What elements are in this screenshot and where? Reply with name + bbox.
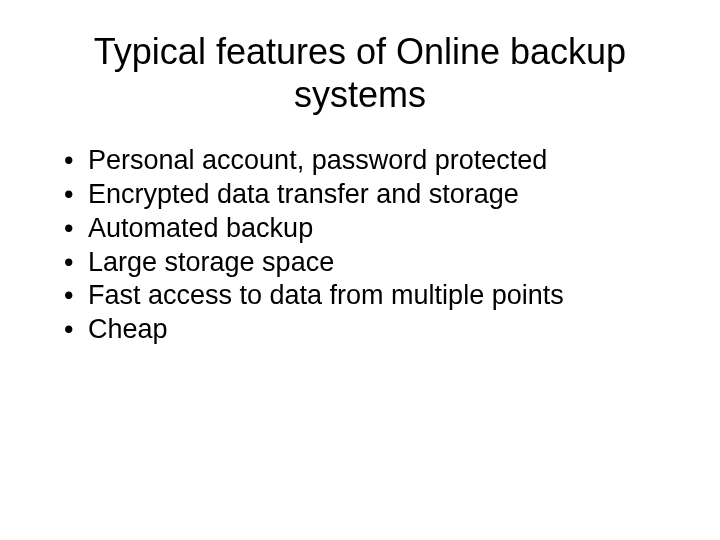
list-item: • Personal account, password protected xyxy=(60,144,680,178)
bullet-icon: • xyxy=(60,178,88,212)
list-item: • Automated backup xyxy=(60,212,680,246)
bullet-text: Personal account, password protected xyxy=(88,144,680,178)
slide-title: Typical features of Online backup system… xyxy=(40,30,680,116)
bullet-text: Cheap xyxy=(88,313,680,347)
slide-container: Typical features of Online backup system… xyxy=(0,0,720,540)
bullet-text: Large storage space xyxy=(88,246,680,280)
bullet-icon: • xyxy=(60,279,88,313)
bullet-icon: • xyxy=(60,144,88,178)
bullet-text: Encrypted data transfer and storage xyxy=(88,178,680,212)
bullet-icon: • xyxy=(60,313,88,347)
bullet-text: Fast access to data from multiple points xyxy=(88,279,680,313)
list-item: • Encrypted data transfer and storage xyxy=(60,178,680,212)
bullet-list: • Personal account, password protected •… xyxy=(40,144,680,347)
list-item: • Large storage space xyxy=(60,246,680,280)
bullet-icon: • xyxy=(60,212,88,246)
list-item: • Fast access to data from multiple poin… xyxy=(60,279,680,313)
list-item: • Cheap xyxy=(60,313,680,347)
bullet-icon: • xyxy=(60,246,88,280)
bullet-text: Automated backup xyxy=(88,212,680,246)
